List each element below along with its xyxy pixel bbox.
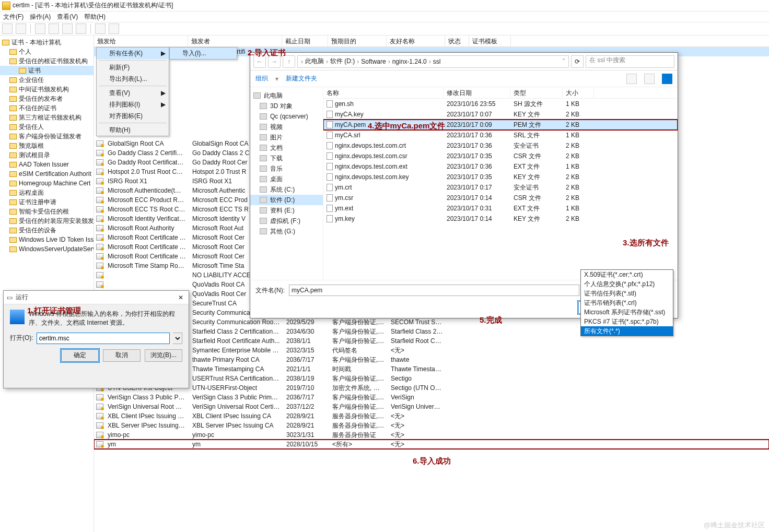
tree-item[interactable]: Windows Live ID Token Issu xyxy=(0,235,94,244)
tree-item[interactable]: 受信任的根证书颁发机构 xyxy=(0,56,94,66)
cert-row[interactable]: XBL Client IPsec Issuing CAXBL Client IP… xyxy=(94,411,769,421)
nav-tree[interactable]: 证书 - 本地计算机 个人受信任的根证书颁发机构证书企业信任中间证书颁发机构受信… xyxy=(0,36,94,532)
sidebar-item[interactable]: 文档 xyxy=(250,143,323,153)
file-row[interactable]: nginx.devops.test.com.key2023/10/17 0:35… xyxy=(323,172,678,182)
cert-row[interactable]: UTN-USERFirst-ObjectUTN-USERFirst-Object… xyxy=(94,383,769,393)
ctx-refresh[interactable]: 刷新(F) xyxy=(97,62,169,73)
tb-up[interactable] xyxy=(35,23,45,34)
run-cancel-button[interactable]: 取消 xyxy=(103,349,141,362)
file-row[interactable]: ym.crt2023/10/17 0:17安全证书2 KB xyxy=(323,182,678,193)
ok-button[interactable]: 确定 xyxy=(61,349,99,362)
open-dropdown[interactable] xyxy=(173,333,182,344)
filter-option[interactable]: 证书吊销列表(*.crl) xyxy=(581,298,673,308)
organize-menu[interactable]: 组织 xyxy=(255,74,268,83)
tb-paste[interactable] xyxy=(76,23,86,34)
tree-item[interactable]: 证书注册申请 xyxy=(0,197,94,207)
filter-dropdown[interactable]: X.509证书(*.cer;*.crt)个人信息交换(*.pfx;*.p12)证… xyxy=(580,269,673,336)
file-row[interactable]: myCA.key2023/10/17 0:07KEY 文件2 KB xyxy=(323,109,678,120)
preview-pane-icon[interactable] xyxy=(644,74,655,84)
tree-root[interactable]: 证书 - 本地计算机 xyxy=(0,38,94,47)
filter-option[interactable]: 个人信息交换(*.pfx;*.p12) xyxy=(581,279,673,289)
context-submenu[interactable]: 导入(I)... xyxy=(169,47,237,60)
sidebar-item[interactable]: 图片 xyxy=(250,132,323,143)
cert-row[interactable]: yimo-pcyimo-pc3023/1/31服务器身份验证<无> xyxy=(94,430,769,440)
file-row[interactable]: nginx.devops.test.com.csr2023/10/17 0:35… xyxy=(323,151,678,161)
sidebar-item[interactable]: 资料 (E:) xyxy=(250,205,323,216)
ctx-help[interactable]: 帮助(H) xyxy=(97,124,169,136)
ctx-align[interactable]: 对齐图标(E) xyxy=(97,110,169,122)
tree-item[interactable]: 受信任的设备 xyxy=(0,226,94,235)
sidebar-item[interactable]: 下载 xyxy=(250,153,323,163)
tree-item[interactable]: 第三方根证书颁发机构 xyxy=(0,113,94,122)
browse-button[interactable]: 浏览(B)... xyxy=(145,349,182,362)
col-purpose[interactable]: 预期目的 xyxy=(328,36,387,46)
help-icon[interactable] xyxy=(662,74,672,84)
side-thispc[interactable]: 此电脑 xyxy=(250,90,323,101)
tree-item[interactable]: 不信任的证书 xyxy=(0,103,94,113)
tree-item[interactable]: 个人 xyxy=(0,47,94,56)
tree-item[interactable]: 受信任人 xyxy=(0,122,94,132)
tree-item[interactable]: AAD Token Issuer xyxy=(0,160,94,169)
cert-row[interactable]: XBL Server IPsec Issuing CAXBL Server IP… xyxy=(94,421,769,430)
file-row[interactable]: nginx.devops.test.com.crt2023/10/17 0:36… xyxy=(323,140,678,151)
file-row[interactable]: ym.key2023/10/17 0:14KEY 文件2 KB xyxy=(323,214,678,224)
column-headers[interactable]: 颁发给 颁发者 截止日期 预期目的 友好名称 状态 证书模板 xyxy=(94,36,769,47)
cert-row[interactable]: VeriSign Class 3 Public Prim...VeriSign … xyxy=(94,393,769,402)
menu-help[interactable]: 帮助(H) xyxy=(84,13,106,21)
od-filelist[interactable]: 名称 修改日期 类型 大小 gen.sh2023/10/16 23:55SH 源… xyxy=(323,87,678,280)
search-input[interactable]: 在 ssl 中搜索 xyxy=(586,55,674,68)
col-template[interactable]: 证书模板 xyxy=(469,36,511,46)
sidebar-item[interactable]: 系统 (C:) xyxy=(250,184,323,195)
tb-refresh[interactable] xyxy=(95,23,106,34)
tree-item[interactable]: WindowsServerUpdateServ xyxy=(0,244,94,254)
col-expiry[interactable]: 截止日期 xyxy=(282,36,328,46)
tree-item[interactable]: 预览版根 xyxy=(0,141,94,150)
menu-file[interactable]: 文件(F) xyxy=(3,13,24,21)
col-status[interactable]: 状态 xyxy=(445,36,469,46)
file-row[interactable]: ym.csr2023/10/17 0:14CSR 文件2 KB xyxy=(323,193,678,203)
filter-option[interactable]: Microsoft 系列证书存储(*.sst) xyxy=(581,308,673,317)
tree-item[interactable]: 企业信任 xyxy=(0,75,94,85)
context-menu[interactable]: 所有任务(K)▶ 刷新(F) 导出列表(L)... 查看(V)▶ 排列图标(I)… xyxy=(96,47,169,136)
cert-row[interactable]: thawte Primary Root CA2036/7/17客户端身份验证, … xyxy=(94,355,769,364)
menu-action[interactable]: 操作(A) xyxy=(30,13,51,21)
file-row[interactable]: myCA.srl2023/10/17 0:36SRL 文件1 KB xyxy=(323,130,678,140)
sidebar-item[interactable]: 桌面 xyxy=(250,174,323,184)
filter-option[interactable]: 所有文件(*.*) xyxy=(581,326,673,336)
col-issuer[interactable]: 颁发者 xyxy=(188,36,282,46)
filter-option[interactable]: PKCS #7 证书(*.spc;*.p7b) xyxy=(581,317,673,326)
sidebar-item[interactable]: 视频 xyxy=(250,122,323,132)
breadcrumb[interactable]: › 此电脑› 软件 (D:)› Software› nginx-1.24.0› … xyxy=(297,55,569,68)
filename-input[interactable] xyxy=(289,285,579,296)
tree-item[interactable]: 证书 xyxy=(0,66,94,75)
col-friendly[interactable]: 友好名称 xyxy=(387,36,445,46)
file-row[interactable]: nginx.devops.test.com.ext2023/10/17 0:36… xyxy=(323,161,678,172)
nav-back-icon[interactable]: ← xyxy=(253,55,266,68)
sidebar-item[interactable]: 虚拟机 (F:) xyxy=(250,216,323,226)
nav-fwd-icon[interactable]: → xyxy=(268,55,281,68)
tree-item[interactable]: eSIM Certification Authorit xyxy=(0,169,94,179)
filter-option[interactable]: X.509证书(*.cer;*.crt) xyxy=(581,270,673,279)
open-input[interactable] xyxy=(37,333,170,344)
tree-item[interactable]: Homegroup Machine Cert xyxy=(0,179,94,188)
sidebar-item[interactable]: 其他 (G:) xyxy=(250,226,323,237)
od-columns[interactable]: 名称 修改日期 类型 大小 xyxy=(323,87,678,99)
ctx-import[interactable]: 导入(I)... xyxy=(170,48,237,59)
tree-item[interactable]: 受信任的发布者 xyxy=(0,94,94,103)
cert-row[interactable]: Symantec Enterprise Mobile R...2032/3/15… xyxy=(94,346,769,355)
ctx-view[interactable]: 查看(V)▶ xyxy=(97,87,169,99)
sidebar-item[interactable]: 3D 对象 xyxy=(250,101,323,111)
ctx-export[interactable]: 导出列表(L)... xyxy=(97,73,169,85)
cert-row[interactable]: USERTrust RSA Certification ...USERTrust… xyxy=(94,374,769,383)
tb-back[interactable] xyxy=(2,23,13,34)
tree-item[interactable]: 测试根目录 xyxy=(0,150,94,160)
cert-row[interactable]: ymym2028/10/15<所有><无> xyxy=(94,440,769,449)
nav-up-icon[interactable]: ↑ xyxy=(283,55,295,68)
refresh-icon[interactable]: ⟳ xyxy=(571,55,584,68)
close-icon[interactable]: ✕ xyxy=(176,293,185,302)
file-row[interactable]: myCA.pem2023/10/17 0:09PEM 文件2 KB xyxy=(323,120,678,130)
ctx-all-tasks[interactable]: 所有任务(K)▶ xyxy=(97,48,169,59)
tree-item[interactable]: 智能卡受信任的根 xyxy=(0,207,94,216)
sidebar-item[interactable]: Qc (qcserver) xyxy=(250,111,323,122)
view-mode-icon[interactable] xyxy=(626,74,637,84)
